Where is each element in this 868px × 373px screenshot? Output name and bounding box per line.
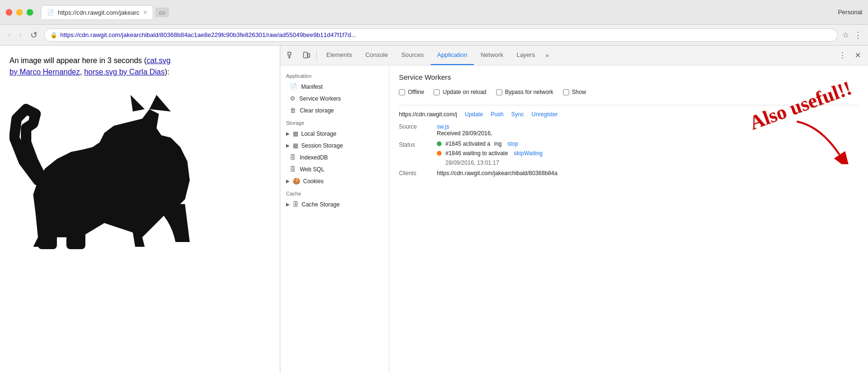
devtools-close-button[interactable]: ✕	[851, 49, 864, 62]
back-button[interactable]: ‹	[6, 28, 12, 42]
sidebar-manifest-label: Manifest	[301, 84, 323, 90]
tab-url-label: https://cdn.rawgit.com/jakearc	[58, 9, 139, 16]
devtools-panel: Elements Console Sources Application Net…	[280, 46, 868, 373]
offline-checkbox[interactable]	[399, 89, 405, 95]
cache-storage-arrow-icon: ▶	[286, 202, 290, 207]
sw-push-link[interactable]: Push	[490, 111, 503, 118]
local-storage-arrow-icon: ▶	[286, 131, 290, 136]
status-dot-green	[437, 141, 442, 146]
horse-link[interactable]: horse.svg by Carla Dias	[84, 68, 165, 76]
bookmark-button[interactable]: ☆	[842, 30, 849, 39]
page-description: An image will appear here in 3 seconds (…	[9, 55, 270, 78]
sidebar-section-application: Application	[280, 69, 389, 81]
close-traffic-light[interactable]	[6, 9, 12, 16]
sw-clients-value: https://cdn.rawgit.com/jakearchibald/803…	[437, 170, 557, 177]
sidebar-item-clear-storage[interactable]: 🗑 Clear storage	[280, 104, 389, 116]
sw-sync-link[interactable]: Sync	[511, 111, 524, 118]
show-checkbox[interactable]	[563, 89, 569, 95]
maximize-traffic-light[interactable]	[27, 9, 33, 16]
sidebar-item-service-workers[interactable]: ⚙ Service Workers	[280, 93, 389, 104]
sidebar-item-session-storage[interactable]: ▶ ▦ Session Storage	[280, 140, 389, 151]
panel-title: Service Workers	[399, 73, 859, 81]
sw-status-item-1846: #1846 waiting to activate skipWaiting	[437, 150, 543, 157]
sw-received-date: Received 28/09/2016,	[437, 130, 492, 137]
sidebar-item-local-storage[interactable]: ▶ ▦ Local Storage	[280, 128, 389, 140]
page-content: An image will appear here in 3 seconds (…	[0, 46, 280, 373]
device-toolbar-button[interactable]	[299, 48, 314, 63]
sw-skip-waiting-link[interactable]: skipWaiting	[514, 150, 543, 157]
bypass-checkbox-item[interactable]: Bypass for network	[496, 89, 554, 95]
sw-clients-label: Clients	[399, 170, 437, 177]
traffic-lights	[6, 9, 33, 16]
session-storage-icon: ▦	[293, 142, 298, 149]
active-tab[interactable]: 📄 https://cdn.rawgit.com/jakearc ×	[41, 5, 153, 19]
address-input[interactable]: 🔒 https://cdn.rawgit.com/jakearchibald/8…	[44, 28, 838, 42]
tab-close-button[interactable]: ×	[143, 9, 147, 16]
sw-unregister-link[interactable]: Unregister	[531, 111, 557, 118]
clear-storage-icon: 🗑	[290, 107, 296, 114]
tab-sources[interactable]: Sources	[395, 46, 431, 65]
show-checkbox-item[interactable]: Show	[563, 89, 586, 95]
devtools-tabs: Elements Console Sources Application Net…	[320, 46, 835, 65]
sw-update-link[interactable]: Update	[465, 111, 483, 118]
tab-bar: 📄 https://cdn.rawgit.com/jakearc × ▭	[41, 5, 834, 19]
sidebar-item-cache-storage[interactable]: ▶ 🗄 Cache Storage	[280, 198, 389, 210]
devtools-body: Application 📄 Manifest ⚙ Service Workers…	[280, 65, 868, 373]
profile-label: Personal	[838, 9, 862, 16]
sw-status-1845-suffix: ing	[494, 140, 502, 147]
svg-rect-2	[288, 52, 291, 55]
sidebar-cookies-label: Cookies	[303, 178, 323, 185]
bypass-checkbox[interactable]	[496, 89, 502, 95]
update-on-reload-label: Update on reload	[443, 89, 486, 95]
forward-button[interactable]: ›	[17, 28, 24, 42]
new-tab-button[interactable]: ▭	[155, 8, 169, 17]
sw-status-label: Status	[399, 141, 437, 148]
sidebar-item-cookies[interactable]: ▶ 🍪 Cookies	[280, 175, 389, 187]
main-area: An image will appear here in 3 seconds (…	[0, 46, 868, 373]
update-on-reload-checkbox[interactable]	[434, 89, 440, 95]
title-bar: 📄 https://cdn.rawgit.com/jakearc × ▭ Per…	[0, 0, 868, 25]
sw-status-item-1845: #1845 activated a ing stop	[437, 140, 543, 147]
sidebar-indexeddb-label: IndexedDB	[300, 154, 328, 161]
devtools-more-button[interactable]: ⋮	[836, 49, 849, 62]
sidebar-item-indexeddb[interactable]: 🗄 IndexedDB	[280, 151, 389, 163]
menu-button[interactable]: ⋮	[854, 30, 862, 40]
sw-source-link[interactable]: sw.js	[437, 123, 449, 130]
devtools-toolbar: Elements Console Sources Application Net…	[280, 46, 868, 65]
sidebar-service-workers-label: Service Workers	[299, 95, 341, 102]
inspect-element-button[interactable]	[284, 48, 298, 63]
lock-icon: 🔒	[50, 32, 57, 38]
tab-layers[interactable]: Layers	[510, 46, 542, 65]
sidebar-session-storage-label: Session Storage	[301, 142, 343, 149]
offline-checkbox-item[interactable]: Offline	[399, 89, 424, 95]
devtools-toolbar-right: ⋮ ✕	[836, 49, 864, 62]
sidebar-item-web-sql[interactable]: 🗄 Web SQL	[280, 163, 389, 175]
sw-clients-row: Clients https://cdn.rawgit.com/jakearchi…	[399, 170, 859, 177]
tab-application[interactable]: Application	[431, 46, 474, 65]
status-dot-orange	[437, 151, 442, 156]
devtools-main-panel: Service Workers Offline Update on reload	[389, 65, 868, 373]
minimize-traffic-light[interactable]	[16, 9, 23, 16]
sw-stop-link[interactable]: stop	[508, 140, 518, 147]
checkboxes-row: Offline Update on reload Bypass for netw…	[399, 89, 859, 95]
local-storage-icon: ▦	[293, 130, 298, 137]
show-label: Show	[572, 89, 586, 95]
sidebar-item-manifest[interactable]: 📄 Manifest	[280, 81, 389, 93]
sidebar-section-cache: Cache	[280, 187, 389, 198]
sidebar-web-sql-label: Web SQL	[300, 166, 324, 173]
sw-source-label: Source	[399, 123, 437, 130]
tab-network[interactable]: Network	[474, 46, 510, 65]
tab-console[interactable]: Console	[359, 46, 395, 65]
bypass-label: Bypass for network	[505, 89, 554, 95]
refresh-button[interactable]: ↺	[28, 28, 39, 42]
cookies-arrow-icon: ▶	[286, 178, 290, 184]
tab-more-button[interactable]: »	[542, 46, 553, 65]
manifest-icon: 📄	[290, 83, 297, 90]
devtools-sidebar: Application 📄 Manifest ⚙ Service Workers…	[280, 65, 389, 373]
toolbar-separator	[316, 50, 317, 61]
tab-elements[interactable]: Elements	[320, 46, 359, 65]
update-on-reload-checkbox-item[interactable]: Update on reload	[434, 89, 486, 95]
indexeddb-icon: 🗄	[290, 154, 296, 161]
svg-rect-6	[308, 54, 310, 57]
sidebar-local-storage-label: Local Storage	[301, 131, 336, 137]
